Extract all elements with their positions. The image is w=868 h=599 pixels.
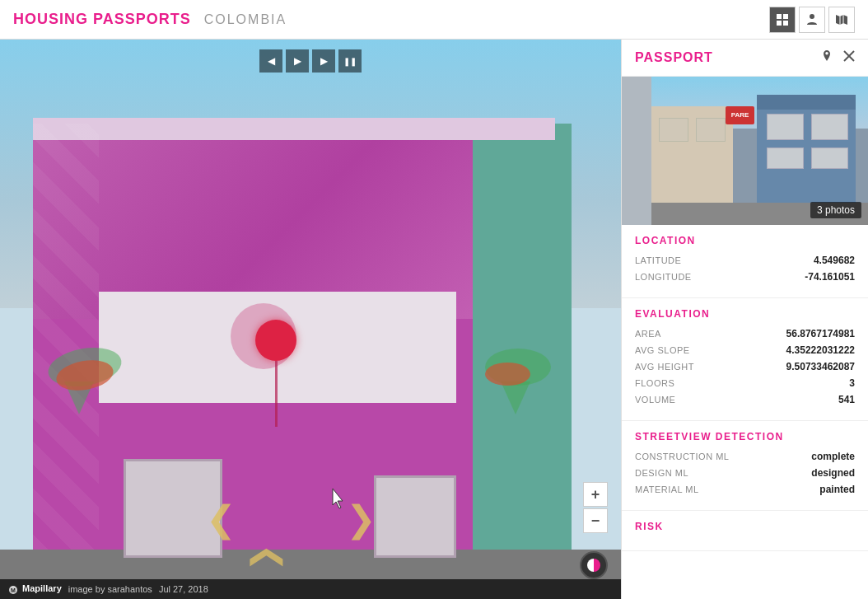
close-icon[interactable] [843, 50, 855, 65]
location-title: LOCATION [635, 235, 855, 246]
country-label: COLOMBIA [204, 12, 287, 27]
longitude-label: LONGITUDE [635, 272, 692, 282]
compass[interactable] [580, 551, 608, 579]
passport-panel: PASSPORT PARE [621, 40, 868, 599]
nav-arrow-left[interactable]: ❮ [206, 501, 236, 537]
passport-photo[interactable]: PARE 3 photos [622, 77, 868, 225]
area-row: AREA 56.8767174981 [635, 328, 855, 339]
material-row: MATERIAL ML painted [635, 484, 855, 495]
detection-green-triangle-right [501, 381, 530, 414]
svg-rect-0 [777, 14, 782, 19]
streetview-panel[interactable]: ◀ ▶ ▶ ❚❚ ❮ ❯ ❮ + − M [0, 40, 621, 599]
risk-section: RISK [622, 511, 868, 551]
evaluation-title: EVALUATION [635, 308, 855, 320]
design-row: DESIGN ML designed [635, 467, 855, 479]
view-icons [769, 7, 855, 33]
svg-rect-1 [783, 14, 788, 19]
zoom-in-button[interactable]: + [583, 482, 608, 507]
mapillary-logo: M Mapillary [8, 583, 62, 594]
avg-slope-row: AVG SLOPE 4.35222031222 [635, 344, 855, 356]
floors-label: FLOORS [635, 378, 674, 388]
building-scene [0, 40, 621, 599]
volume-value: 541 [838, 394, 855, 405]
main-content: ◀ ▶ ▶ ❚❚ ❮ ❯ ❮ + − M [0, 40, 868, 599]
streetview-detection-section: STREETVIEW DETECTION CONSTRUCTION ML com… [622, 421, 868, 511]
svg-text:M: M [11, 587, 16, 593]
compass-needle [587, 559, 600, 572]
volume-label: VOLUME [635, 395, 675, 405]
avg-height-label: AVG HEIGHT [635, 362, 694, 372]
mapillary-attribution: image by sarahantos [68, 584, 152, 594]
photo-count[interactable]: 3 photos [810, 202, 861, 218]
construction-value: complete [811, 451, 855, 462]
detection-orange-right [485, 363, 530, 386]
mapillary-bar: M Mapillary image by sarahantos Jul 27, … [0, 579, 621, 599]
detection-center-pin [255, 320, 296, 427]
longitude-value: -74.161051 [805, 271, 855, 283]
volume-row: VOLUME 541 [635, 394, 855, 405]
app-title: HOUSING PASSPORTS [13, 11, 191, 28]
floors-row: FLOORS 3 [635, 377, 855, 389]
risk-title: RISK [635, 521, 855, 532]
grid-view-button[interactable] [769, 7, 796, 33]
passport-title: PASSPORT [635, 50, 820, 65]
avg-slope-label: AVG SLOPE [635, 345, 690, 355]
cursor-indicator [329, 489, 349, 515]
svg-marker-5 [836, 15, 847, 25]
material-value: painted [819, 484, 855, 495]
construction-row: CONSTRUCTION ML complete [635, 451, 855, 462]
next-button[interactable]: ▶ [312, 49, 335, 73]
pause-button[interactable]: ❚❚ [338, 49, 362, 73]
streetview-detection-title: STREETVIEW DETECTION [635, 431, 855, 442]
latitude-label: LATITUDE [635, 255, 681, 265]
avg-slope-value: 4.35222031222 [786, 344, 855, 356]
latitude-value: 4.549682 [814, 255, 855, 266]
street-view-button[interactable] [799, 7, 825, 33]
evaluation-section: EVALUATION AREA 56.8767174981 AVG SLOPE … [622, 298, 868, 421]
passport-header-icons [820, 49, 855, 66]
header: HOUSING PASSPORTS COLOMBIA [0, 0, 868, 40]
area-label: AREA [635, 329, 661, 339]
svg-rect-2 [777, 21, 782, 26]
latitude-row: LATITUDE 4.549682 [635, 255, 855, 266]
floors-value: 3 [849, 377, 855, 389]
mapillary-date: Jul 27, 2018 [159, 584, 208, 594]
location-icon[interactable] [820, 49, 833, 66]
location-section: LOCATION LATITUDE 4.549682 LONGITUDE -74… [622, 225, 868, 298]
map-view-button[interactable] [828, 7, 855, 33]
passport-header: PASSPORT [622, 40, 868, 77]
longitude-row: LONGITUDE -74.161051 [635, 271, 855, 283]
nav-arrow-down[interactable]: ❮ [255, 541, 283, 574]
design-label: DESIGN ML [635, 468, 688, 478]
streetview-controls: ◀ ▶ ▶ ❚❚ [259, 49, 362, 73]
design-value: designed [811, 467, 855, 479]
play-button[interactable]: ▶ [286, 49, 309, 73]
material-label: MATERIAL ML [635, 484, 699, 494]
area-value: 56.8767174981 [786, 328, 855, 339]
avg-height-row: AVG HEIGHT 9.50733462087 [635, 361, 855, 372]
prev-button[interactable]: ◀ [259, 49, 282, 73]
svg-point-4 [810, 14, 814, 19]
svg-rect-3 [783, 21, 788, 26]
map-controls: + − [583, 482, 608, 533]
nav-arrow-right[interactable]: ❯ [346, 501, 376, 537]
zoom-out-button[interactable]: − [583, 508, 608, 533]
avg-height-value: 9.50733462087 [786, 361, 855, 372]
construction-label: CONSTRUCTION ML [635, 452, 729, 461]
